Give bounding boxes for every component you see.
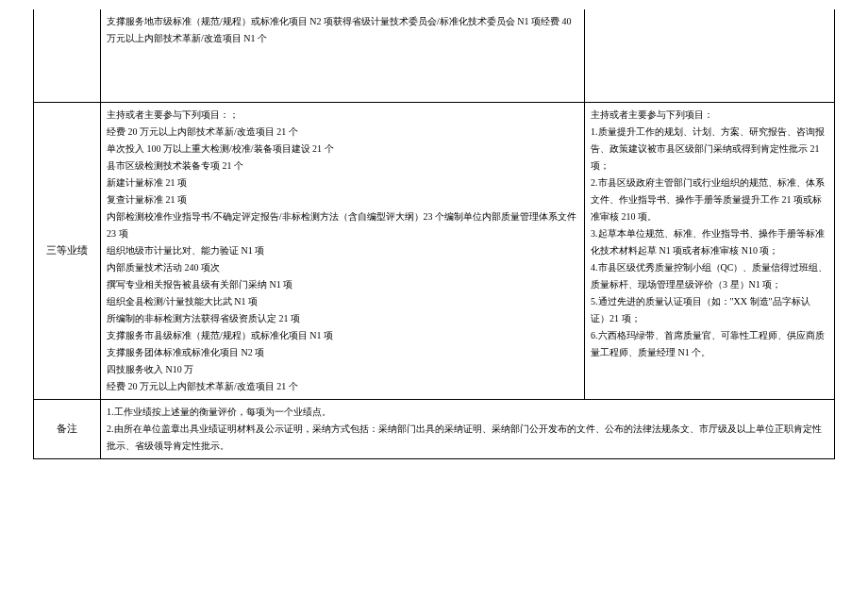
row-top-mid-text: 支撑服务地市级标准（规范/规程）或标准化项目 N2 项获得省级计量技术委员会/标… <box>107 13 578 47</box>
main-table: 支撑服务地市级标准（规范/规程）或标准化项目 N2 项获得省级计量技术委员会/标… <box>33 9 835 459</box>
row-third-grade: 三等业绩 主持或者主要参与下列项目：； 经费 20 万元以上内部技术革新/改造项… <box>34 103 835 400</box>
mid-line-6: 内部检测校准作业指导书/不确定评定报告/非标检测方法（含自编型评大纲）23 个编… <box>107 208 578 242</box>
right-line-3: 3.起草本单位规范、标准、作业指导书、操作手册等标准化技术材料起草 N1 项或者… <box>591 225 828 259</box>
mid-line-0: 主持或者主要参与下列项目：； <box>107 107 578 124</box>
remarks-line-1: 2.由所在单位盖章出具业绩证明材料及公示证明，采纳方式包括：采纳部门出具的采纳证… <box>107 421 828 455</box>
mid-line-3: 县市区级检测技术装备专项 21 个 <box>107 158 578 174</box>
mid-line-10: 组织全县检测/计量技能大比武 N1 项 <box>107 293 578 310</box>
third-grade-right-cell: 主持或者主要参与下列项目： 1.质量提升工作的规划、计划、方案、研究报告、咨询报… <box>585 103 835 400</box>
remarks-content-cell: 1.工作业绩按上述量的衡量评价，每项为一个业绩点。 2.由所在单位盖章出具业绩证… <box>101 400 835 459</box>
right-line-2: 2.市县区级政府主管部门或行业组织的规范、标准、体系文件、作业指导书、操作手册等… <box>591 174 828 225</box>
remarks-line-0: 1.工作业绩按上述量的衡量评价，每项为一个业绩点。 <box>107 404 828 421</box>
third-grade-mid-cell: 主持或者主要参与下列项目：； 经费 20 万元以上内部技术革新/改造项目 21 … <box>101 103 585 400</box>
mid-line-8: 内部质量技术活动 240 项次 <box>107 259 578 276</box>
remarks-label: 备注 <box>34 400 101 459</box>
mid-line-9: 撰写专业相关报告被县级有关部门采纳 N1 项 <box>107 276 578 293</box>
third-grade-label: 三等业绩 <box>34 103 101 400</box>
right-line-0: 主持或者主要参与下列项目： <box>591 107 828 124</box>
row-top-mid-cell: 支撑服务地市级标准（规范/规程）或标准化项目 N2 项获得省级计量技术委员会/标… <box>101 9 585 103</box>
mid-line-7: 组织地级市计量比对、能力验证 N1 项 <box>107 242 578 259</box>
row-remarks: 备注 1.工作业绩按上述量的衡量评价，每项为一个业绩点。 2.由所在单位盖章出具… <box>34 400 835 459</box>
mid-line-13: 支撑服务团体标准或标准化项目 N2 项 <box>107 344 578 361</box>
mid-line-1: 经费 20 万元以上内部技术革新/改造项目 21 个 <box>107 124 578 141</box>
row-top-label-cell <box>34 9 101 103</box>
mid-line-11: 所编制的非标检测方法获得省级资质认定 21 项 <box>107 310 578 327</box>
mid-line-2: 单次投入 100 万以上重大检测/校准/装备项目建设 21 个 <box>107 141 578 158</box>
mid-line-5: 复查计量标准 21 项 <box>107 191 578 208</box>
mid-line-15: 经费 20 万元以上内部技术革新/改造项目 21 个 <box>107 378 578 395</box>
right-line-1: 1.质量提升工作的规划、计划、方案、研究报告、咨询报告、政策建议被市县区级部门采… <box>591 124 828 174</box>
mid-line-14: 四技服务收入 N10 万 <box>107 361 578 378</box>
right-line-6: 6.六西格玛绿带、首席质量官、可靠性工程师、供应商质量工程师、质量经理 N1 个… <box>591 327 828 361</box>
mid-line-12: 支撑服务市县级标准（规范/规程）或标准化项目 N1 项 <box>107 327 578 344</box>
row-top: 支撑服务地市级标准（规范/规程）或标准化项目 N2 项获得省级计量技术委员会/标… <box>34 9 835 103</box>
row-top-right-cell <box>585 9 835 103</box>
right-line-4: 4.市县区级优秀质量控制小组（QC）、质量信得过班组、质量标杆、现场管理星级评价… <box>591 259 828 293</box>
mid-line-4: 新建计量标准 21 项 <box>107 174 578 191</box>
right-line-5: 5.通过先进的质量认证项目（如："XX 制造"品字标认证）21 项； <box>591 293 828 327</box>
document-page: 支撑服务地市级标准（规范/规程）或标准化项目 N2 项获得省级计量技术委员会/标… <box>0 0 868 614</box>
